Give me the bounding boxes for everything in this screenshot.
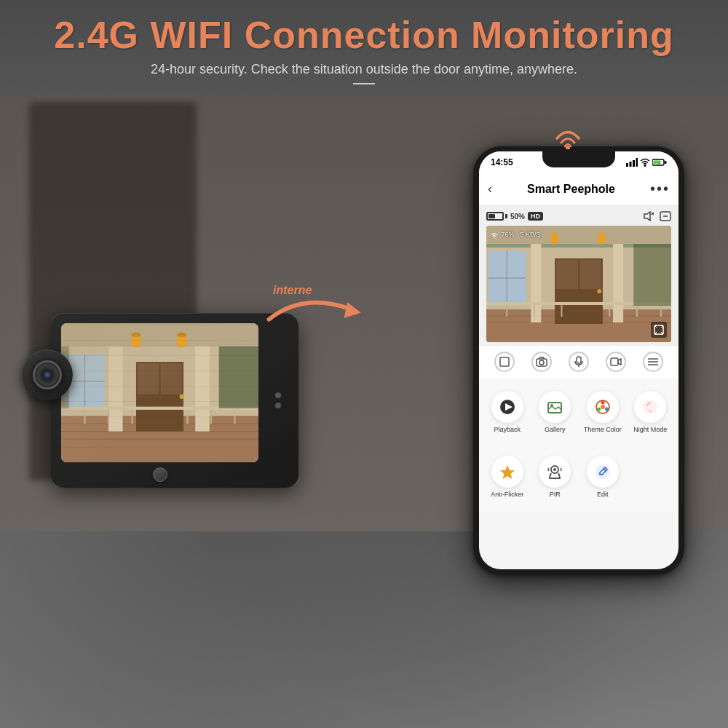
feature-pir[interactable]: PIR: [531, 450, 579, 505]
fullscreen-icon[interactable]: [660, 211, 671, 221]
feature-playback[interactable]: Playback: [483, 385, 531, 440]
svg-marker-0: [344, 302, 361, 318]
status-time: 14:55: [491, 157, 513, 167]
phone-screen: 14:55: [479, 151, 678, 569]
night-mode-label: Night Mode: [633, 426, 667, 434]
feature-grid-row2: Anti-Flicker PIR Edit: [479, 447, 678, 512]
svg-point-32: [566, 146, 570, 149]
fullscreen-corner-btn[interactable]: [651, 322, 667, 338]
gallery-icon: [539, 391, 571, 423]
svg-rect-7: [108, 339, 123, 431]
phone-body: 14:55: [473, 146, 684, 575]
battery-box: [486, 212, 504, 221]
svg-rect-75: [500, 357, 509, 366]
svg-rect-17: [138, 363, 159, 394]
wifi-signal-indicator: [550, 120, 586, 149]
mute-icon[interactable]: [642, 211, 654, 221]
svg-rect-9: [61, 323, 258, 347]
svg-rect-52: [613, 239, 623, 323]
svg-rect-59: [556, 260, 578, 289]
expand-icon: [494, 352, 515, 372]
snapshot-control[interactable]: [531, 352, 552, 372]
svg-rect-18: [161, 363, 182, 394]
camera-stats-row: 50% HD: [486, 211, 671, 221]
night-mode-icon: [634, 391, 666, 423]
svg-point-15: [175, 335, 188, 347]
phone-notch: [542, 151, 615, 167]
svg-rect-40: [665, 161, 667, 164]
menu-list-icon: [643, 352, 663, 372]
svg-rect-36: [636, 158, 638, 167]
feature-theme[interactable]: Theme Color: [579, 385, 627, 440]
battery-icon: ⚡: [652, 158, 667, 167]
porch-image: [61, 323, 258, 462]
stat-left: 50% HD: [486, 212, 543, 221]
viewer-side-controls: [264, 392, 293, 408]
svg-point-93: [601, 405, 605, 409]
camera-view-section: 50% HD: [479, 205, 678, 345]
battery-fill: [488, 214, 495, 218]
svg-point-91: [605, 408, 609, 411]
wifi-stats-overlay: 76% 5 KB/S: [491, 231, 541, 238]
feature-gallery[interactable]: Gallery: [531, 385, 579, 440]
lens-element: [33, 360, 62, 389]
svg-point-11: [131, 333, 141, 337]
svg-point-92: [597, 408, 601, 411]
svg-rect-60: [579, 260, 601, 289]
svg-point-57: [596, 235, 606, 245]
expand-control[interactable]: [494, 352, 515, 372]
svg-rect-2: [61, 347, 258, 462]
svg-text:⚡: ⚡: [654, 162, 658, 165]
feature-anti-flicker[interactable]: Anti-Flicker: [483, 450, 531, 505]
svg-rect-23: [61, 407, 258, 410]
feature-grid-row1: Playback Gallery Theme Color: [479, 378, 678, 447]
microphone-icon: [569, 352, 589, 372]
viewer-home-button[interactable]: [153, 467, 167, 482]
svg-point-88: [550, 404, 553, 407]
sub-title: 24-hour security. Check the situation ou…: [0, 62, 728, 77]
svg-point-37: [644, 165, 646, 167]
side-dot-1: [275, 392, 281, 398]
svg-rect-10: [132, 335, 141, 347]
svg-point-73: [494, 237, 495, 238]
status-icons: ⚡: [626, 158, 667, 167]
wifi-percent: 76%: [491, 231, 515, 238]
playback-icon: [491, 391, 523, 423]
svg-rect-30: [219, 347, 258, 408]
svg-marker-95: [500, 465, 515, 479]
menu-list-control[interactable]: [643, 352, 663, 372]
gallery-label: Gallery: [545, 426, 566, 434]
main-title: 2.4G WIFI Connection Monitoring: [0, 15, 728, 56]
menu-button[interactable]: •••: [650, 181, 670, 197]
snapshot-icon: [531, 352, 552, 372]
anti-flicker-label: Anti-Flicker: [491, 491, 523, 499]
feature-night-mode[interactable]: Night Mode: [627, 385, 675, 440]
feature-edit[interactable]: Edit: [579, 450, 627, 505]
svg-point-12: [130, 335, 142, 347]
controls-row: [479, 345, 678, 378]
microphone-control[interactable]: [569, 352, 589, 372]
device-battery-icon: [486, 212, 507, 221]
svg-rect-3: [61, 416, 258, 462]
feature-empty: [627, 450, 675, 505]
svg-marker-81: [618, 359, 621, 365]
anti-flicker-icon: [491, 456, 523, 488]
data-speed: 5 KB/S: [521, 231, 541, 238]
svg-rect-35: [633, 160, 635, 167]
battery-tip: [505, 214, 507, 218]
svg-rect-13: [178, 335, 186, 347]
svg-point-97: [553, 468, 556, 471]
header-divider: [353, 83, 375, 84]
back-button[interactable]: ‹: [488, 181, 492, 197]
svg-rect-72: [633, 244, 671, 306]
video-control[interactable]: [606, 352, 626, 372]
pir-label: PIR: [550, 491, 561, 499]
app-header-bar: ‹ Smart Peephole •••: [479, 173, 678, 205]
camera-feed: 76% 5 KB/S: [486, 226, 671, 342]
phone-mockup: 14:55: [473, 146, 684, 575]
svg-rect-16: [136, 362, 183, 432]
edit-icon: [587, 456, 619, 488]
svg-point-61: [597, 289, 601, 293]
app-title: Smart Peephole: [527, 183, 615, 196]
svg-rect-33: [626, 163, 628, 167]
